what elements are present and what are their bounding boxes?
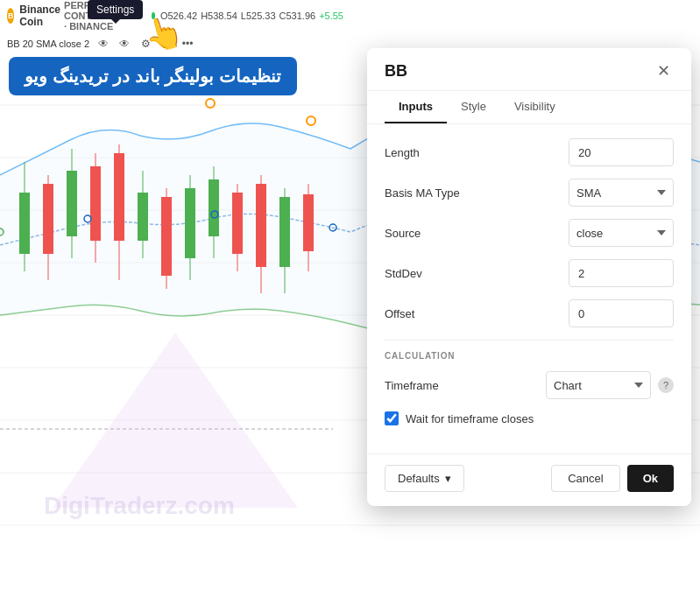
stddev-input[interactable] [569,259,674,287]
svg-rect-15 [67,171,77,236]
modal-footer: Defaults ▾ Cancel Ok [367,453,691,506]
source-row: Source close open high low [385,219,674,247]
offset-label: Offset [385,307,414,320]
length-row: Length [385,138,674,166]
modal-close-button[interactable]: ✕ [653,60,674,81]
timeframe-row: Timeframe Chart 1m 5m 15m 1h 4h 1D ? [385,371,674,399]
chevron-down-icon: ▾ [445,472,451,485]
help-icon[interactable]: ? [658,377,674,393]
svg-rect-33 [279,197,290,267]
length-label: Length [385,146,420,159]
symbol-icon: B [7,8,14,24]
stddev-row: StdDev [385,259,674,287]
settings-tooltip: Settings [88,0,143,19]
svg-rect-27 [209,179,219,236]
wait-checkbox[interactable] [385,411,399,425]
basis-ma-row: Basis MA Type SMA EMA WMA [385,179,674,207]
svg-rect-35 [303,194,314,251]
svg-rect-17 [90,166,101,241]
modal-header: BB ✕ [367,48,691,91]
indicator-bar: BB 20 SMA close 2 👁 👁 ⚙ 🗑 ••• [0,31,263,57]
timeframe-label: Timeframe [385,379,439,392]
svg-rect-25 [185,188,195,258]
offset-row: Offset [385,299,674,327]
modal-body: Length Basis MA Type SMA EMA WMA Source … [367,124,691,453]
basis-ma-select[interactable]: SMA EMA WMA [569,179,674,207]
calculation-section-label: CALCULATION [385,351,674,361]
tab-inputs[interactable]: Inputs [385,91,447,123]
bb-modal: BB ✕ Inputs Style Visibility Length Basi… [367,48,691,506]
basis-ma-label: Basis MA Type [385,186,460,200]
watermark: DigiTraderz.com [44,492,235,520]
persian-banner: تنظیمات بولینگر باند در تریدینگ ویو [9,57,297,95]
wait-checkbox-row: Wait for timeframe closes [385,411,674,425]
svg-rect-13 [43,184,53,254]
stddev-label: StdDev [385,267,422,280]
eye2-icon-btn[interactable]: 👁 [116,35,133,53]
cancel-button[interactable]: Cancel [551,465,619,492]
svg-rect-29 [232,193,243,254]
svg-rect-19 [114,153,124,241]
svg-rect-11 [19,193,30,254]
timeframe-select-wrap: Chart 1m 5m 15m 1h 4h 1D ? [546,371,674,399]
ohlc-info: O526.42 H538.54 L525.33 C531.96 +5.55 [160,11,343,21]
ok-button[interactable]: Ok [627,465,674,492]
tab-style[interactable]: Style [447,91,500,123]
svg-rect-31 [256,184,266,267]
symbol-name: Binance Coin [19,4,60,28]
modal-tabs: Inputs Style Visibility [367,91,691,124]
tab-visibility[interactable]: Visibility [500,91,569,123]
wait-checkbox-label: Wait for timeframe closes [406,412,534,425]
timeframe-select[interactable]: Chart 1m 5m 15m 1h 4h 1D [546,371,651,399]
source-label: Source [385,227,421,240]
eye-icon-btn[interactable]: 👁 [95,35,112,53]
svg-rect-23 [161,197,172,276]
chart-area: 560 540 520 500 480 460 440 420 B Binanc… [0,0,700,590]
section-divider [385,340,674,341]
indicator-label: BB 20 SMA close 2 [7,39,89,49]
source-select[interactable]: close open high low [569,219,674,247]
modal-title: BB [385,62,407,81]
footer-right: Cancel Ok [551,465,674,492]
offset-input[interactable] [569,299,674,327]
length-input[interactable] [569,138,674,166]
defaults-button[interactable]: Defaults ▾ [385,465,464,492]
svg-rect-21 [138,193,148,241]
